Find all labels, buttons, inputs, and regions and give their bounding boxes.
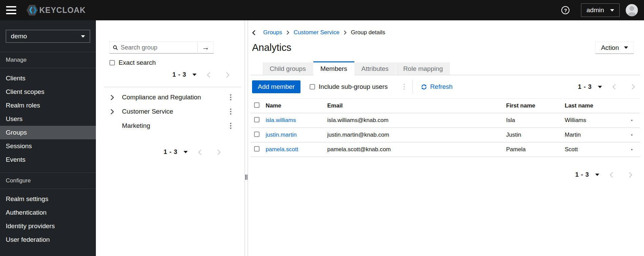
member-first-name: Isla: [506, 117, 565, 124]
member-email: justin.martin@knab.com: [327, 132, 506, 138]
row-checkbox[interactable]: [254, 146, 259, 152]
sidebar-nav-item[interactable]: Users: [0, 112, 96, 126]
group-kebab-menu[interactable]: [230, 97, 231, 98]
refresh-label: Refresh: [430, 83, 453, 91]
sidebar-nav-item[interactable]: Authentication: [0, 206, 96, 219]
help-icon[interactable]: ?: [561, 6, 569, 14]
realm-selector-label: demo: [11, 33, 27, 40]
caret-down-icon: [184, 151, 188, 153]
table-row: isla.williams isla.williams@knab.com Isl…: [251, 113, 640, 128]
tab[interactable]: Role mapping: [396, 62, 450, 75]
realm-selector[interactable]: demo: [6, 30, 90, 43]
caret-down-icon: [192, 74, 196, 76]
breadcrumb: GroupsCustomer ServiceGroup details: [251, 29, 640, 36]
chevron-left-icon: [198, 150, 202, 155]
avatar[interactable]: [626, 4, 638, 16]
pagination-menu-toggle[interactable]: 1 - 3: [172, 71, 196, 78]
pagination-range: 1 - 3: [164, 149, 178, 156]
action-dropdown-label: Action: [601, 44, 619, 52]
sidebar-nav-item[interactable]: Client scopes: [0, 85, 96, 99]
chevron-down-icon: [610, 9, 614, 12]
table-body: isla.williams isla.williams@knab.com Isl…: [251, 113, 640, 157]
pagination-next-button[interactable]: [217, 150, 221, 155]
tab[interactable]: Attributes: [354, 62, 396, 75]
chevron-down-icon: [81, 35, 85, 38]
pagination-menu-toggle[interactable]: 1 - 3: [578, 83, 602, 91]
toolbar-kebab-menu[interactable]: [403, 86, 405, 87]
groups-tree-panel: → Exact search 1 - 3: [96, 20, 245, 256]
pagination-prev-button[interactable]: [609, 172, 613, 178]
chevron-right-icon: [629, 172, 632, 178]
pagination-menu-toggle[interactable]: 1 - 3: [575, 171, 599, 178]
group-search-input[interactable]: [121, 44, 194, 51]
user-dropdown[interactable]: admin: [581, 3, 620, 17]
refresh-button[interactable]: Refresh: [421, 83, 453, 91]
pagination-prev-button[interactable]: [207, 72, 210, 78]
pagination-prev-button[interactable]: [612, 84, 616, 90]
group-name[interactable]: Compliance and Regulation: [122, 94, 201, 101]
pagination-next-button[interactable]: [631, 84, 635, 90]
panel-resize-splitter[interactable]: [245, 20, 248, 256]
sidebar-nav-item[interactable]: Identity providers: [0, 219, 96, 233]
add-member-button[interactable]: Add member: [252, 80, 300, 93]
pagination-range: 1 - 3: [172, 71, 186, 78]
group-tree-row: Compliance and Regulation: [96, 90, 245, 104]
sidebar-nav-item[interactable]: Sessions: [0, 139, 96, 153]
chevron-right-icon: [344, 31, 347, 35]
breadcrumb-link[interactable]: Customer Service: [294, 29, 339, 36]
divider: [104, 87, 241, 87]
tab[interactable]: Child groups: [263, 62, 313, 75]
chevron-right-icon[interactable]: [110, 95, 115, 100]
column-header-name: Name: [266, 102, 327, 109]
action-dropdown-button[interactable]: Action: [595, 41, 634, 54]
include-subgroups-checkbox[interactable]: [310, 84, 315, 90]
drag-grip-icon[interactable]: [245, 175, 247, 180]
group-name[interactable]: Customer Service: [122, 108, 173, 115]
keycloak-logo[interactable]: KEYCLOAK: [26, 4, 86, 17]
pagination-range: 1 - 3: [575, 171, 589, 178]
member-name-link[interactable]: justin.martin: [266, 132, 297, 138]
pagination-menu-toggle[interactable]: 1 - 3: [164, 149, 188, 156]
divider: [412, 80, 413, 93]
masthead: KEYCLOAK ? admin: [0, 0, 644, 20]
select-all-checkbox[interactable]: [254, 102, 259, 108]
group-search-submit-button[interactable]: →: [198, 41, 214, 54]
sidebar-nav-item[interactable]: Events: [0, 153, 96, 166]
column-header-last-name: Last name: [565, 102, 624, 109]
sync-icon: [421, 84, 427, 90]
hamburger-icon[interactable]: [6, 6, 16, 14]
member-last-name: Scott: [565, 146, 624, 153]
breadcrumb-link[interactable]: Groups: [263, 29, 282, 36]
member-name-link[interactable]: pamela.scott: [266, 146, 298, 153]
members-pagination-bottom: 1 - 3: [575, 171, 632, 178]
pagination-next-button[interactable]: [629, 172, 632, 178]
column-header-first-name: First name: [506, 102, 565, 109]
sidebar-nav-item[interactable]: Realm roles: [0, 99, 96, 112]
row-checkbox[interactable]: [254, 132, 259, 137]
group-tree: Compliance and Regulation Customer Servi…: [96, 90, 245, 133]
member-email: pamela.scott@knab.com: [327, 146, 506, 153]
sidebar-nav-item[interactable]: Realm settings: [0, 192, 96, 206]
sidebar: demo Manage Clients Client scopes Realm …: [0, 20, 96, 256]
sidebar-nav-item[interactable]: Clients: [0, 72, 96, 85]
pagination-prev-button[interactable]: [198, 150, 202, 155]
page-title: Analytics: [252, 42, 291, 53]
sidebar-nav-item[interactable]: Groups: [0, 126, 96, 139]
group-name[interactable]: Marketing: [122, 122, 150, 130]
group-kebab-menu[interactable]: [230, 125, 231, 126]
row-kebab-menu[interactable]: [631, 149, 632, 150]
tab[interactable]: Members: [313, 61, 354, 75]
row-kebab-menu[interactable]: [631, 134, 632, 136]
column-header-email: Email: [327, 102, 506, 109]
sidebar-nav-item[interactable]: User federation: [0, 233, 96, 247]
exact-search-checkbox[interactable]: [109, 60, 115, 65]
group-tree-row: Marketing: [96, 119, 245, 133]
row-checkbox[interactable]: [254, 117, 259, 122]
chevron-right-icon[interactable]: [110, 109, 115, 114]
member-name-link[interactable]: isla.williams: [266, 117, 296, 123]
group-kebab-menu[interactable]: [230, 111, 231, 112]
chevron-right-icon: [631, 84, 635, 90]
row-kebab-menu[interactable]: [631, 120, 632, 121]
breadcrumb-back-button[interactable]: [252, 30, 255, 35]
pagination-next-button[interactable]: [226, 72, 230, 78]
